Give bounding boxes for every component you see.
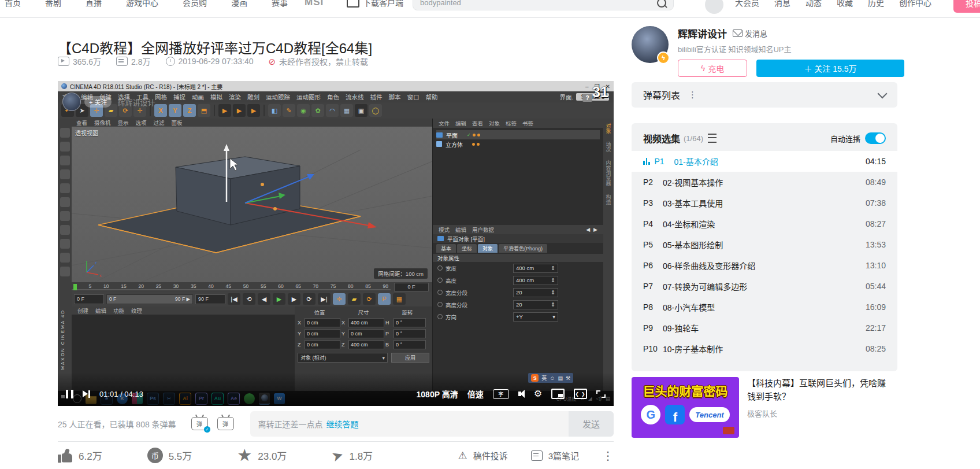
watermark-follow-button[interactable]: + 关注: [84, 96, 112, 108]
nav-manga[interactable]: 漫画: [231, 0, 247, 8]
list-view-icon[interactable]: [708, 134, 717, 143]
danmaku-toggle-icon[interactable]: 弹 ✓: [191, 417, 208, 430]
autoplay-toggle[interactable]: [865, 132, 886, 144]
pos-y-field[interactable]: 0 cm: [305, 329, 340, 338]
coin-button[interactable]: 币 5.5万: [147, 448, 192, 463]
episode-item[interactable]: P9 09-独轮车 22:17: [632, 317, 897, 338]
episode-item[interactable]: P5 05-基本图形绘制 13:53: [632, 234, 897, 255]
download-client-link[interactable]: 下载客户端: [347, 0, 403, 14]
tab-coordinates[interactable]: 坐标: [457, 244, 477, 253]
size-y-field[interactable]: 0 cm: [348, 329, 384, 338]
object-row-cube[interactable]: 立方体: [436, 139, 600, 149]
more-actions-icon[interactable]: ⋮: [602, 449, 614, 463]
size-z-field[interactable]: 400 cm: [348, 340, 384, 349]
goto-end-button[interactable]: ▶|: [318, 293, 331, 305]
recommend-author[interactable]: 极客队长: [747, 408, 892, 419]
coord-mode-dropdown[interactable]: 对象 (相对)▾: [298, 353, 388, 363]
pos-x-field[interactable]: 0 cm: [305, 318, 340, 327]
notes-button[interactable]: 3篇笔记: [531, 449, 579, 461]
episode-item[interactable]: P7 07-转换为可编辑多边形 05:44: [632, 276, 897, 297]
follow-button[interactable]: ＋ 关注 15.5万: [756, 60, 904, 77]
like-button[interactable]: 6.2万: [58, 448, 102, 463]
size-x-field[interactable]: 400 cm: [348, 318, 384, 327]
report-button[interactable]: ⚠ 稿件投诉: [458, 449, 508, 462]
send-message-link[interactable]: 发消息: [733, 28, 767, 39]
nav-vip-shop[interactable]: 会员购: [183, 0, 207, 8]
frame-range-slider[interactable]: 0 F90 F ▶: [106, 294, 193, 304]
pip-icon[interactable]: [551, 389, 565, 399]
keyframe-param-button[interactable]: P: [378, 293, 391, 305]
recommend-thumbnail[interactable]: 巨头的财富密码 G f Tencent: [632, 377, 739, 438]
watermark-avatar[interactable]: [62, 93, 81, 111]
pause-icon[interactable]: [66, 390, 73, 398]
episode-item[interactable]: P3 03-基本工具使用 07:38: [632, 193, 897, 213]
uploader-avatar[interactable]: ϟ: [632, 26, 669, 63]
search-icon[interactable]: [657, 0, 666, 8]
share-button[interactable]: ➤ 1.8万: [332, 448, 373, 463]
keyframe-circle-icon[interactable]: [437, 290, 443, 295]
nav-bangumi[interactable]: 番剧: [45, 0, 61, 8]
keyframe-scale-button[interactable]: ▰: [348, 293, 361, 305]
apply-button[interactable]: 应用: [391, 353, 429, 363]
rot-b-field[interactable]: 0 °: [394, 340, 426, 349]
quality-button[interactable]: 1080P 高清: [417, 388, 458, 400]
tab-phong[interactable]: 平滑着色(Phong): [499, 244, 547, 253]
recommend-title[interactable]: 【科技内幕】互联网巨头们，凭啥赚钱到手软？: [747, 377, 892, 403]
episode-item[interactable]: P10 10-房子基本制作 08:25: [632, 338, 897, 359]
next-video-icon[interactable]: [83, 390, 90, 398]
prev-frame-button[interactable]: ◀: [258, 293, 270, 305]
pos-z-field[interactable]: 0 cm: [305, 340, 340, 349]
fullscreen-icon[interactable]: [596, 390, 606, 398]
frame-start-spinner[interactable]: 0 F: [74, 294, 104, 304]
back-arrow-icon[interactable]: ◀: [586, 227, 590, 232]
uploader-name[interactable]: 辉辉讲设计: [678, 26, 727, 40]
frame-end-spinner[interactable]: 90 F: [195, 294, 225, 304]
danmaku-settings-icon[interactable]: 弹: [217, 417, 234, 430]
volume-icon[interactable]: [518, 390, 525, 398]
play-button[interactable]: ▶: [273, 293, 285, 305]
subtitle-icon[interactable]: 字: [493, 389, 509, 399]
favorite-button[interactable]: ★ 23.0万: [237, 447, 287, 464]
height-segments-field[interactable]: 20⇕: [513, 300, 558, 309]
msi-logo[interactable]: MSI: [305, 0, 324, 8]
danmaku-input[interactable]: 离转正还差一点点 继续答题 发送: [250, 411, 614, 437]
side-tab-takes[interactable]: 场次: [605, 142, 612, 152]
widescreen-icon[interactable]: ❮ ❯: [574, 389, 587, 399]
keyframe-circle-icon[interactable]: [437, 302, 443, 307]
nav-esports[interactable]: 赛事: [272, 0, 288, 8]
send-button[interactable]: 发送: [569, 411, 614, 437]
upload-button[interactable]: 投稿: [953, 0, 980, 13]
keyframe-move-button[interactable]: ✛: [333, 293, 346, 305]
keyframe-pla-button[interactable]: ▦: [393, 293, 406, 305]
continue-quiz-link[interactable]: 继续答题: [326, 418, 359, 430]
current-frame-field[interactable]: 0 F: [394, 283, 429, 291]
side-tab-structure[interactable]: 构造: [605, 194, 612, 205]
playhead-marker[interactable]: [73, 284, 77, 290]
danmaku-list-panel[interactable]: 弹幕列表 ⋮: [632, 82, 897, 108]
video-player[interactable]: CINEMA 4D R18.011 Studio (RC - R18) - [未…: [58, 81, 614, 406]
goto-start-button[interactable]: |◀: [228, 293, 240, 305]
episode-item[interactable]: P6 06-样条曲线及变形器介绍 13:10: [632, 255, 897, 276]
search-input[interactable]: bodypainted: [420, 0, 657, 7]
attr-history-arrows[interactable]: ◀ ▶: [586, 227, 597, 232]
keyframe-rotate-button[interactable]: ⟳: [363, 293, 376, 305]
search-box[interactable]: bodypainted: [413, 0, 674, 10]
side-tab-objects[interactable]: 对象: [605, 123, 612, 134]
keyframe-circle-icon[interactable]: [437, 314, 443, 319]
settings-gear-icon[interactable]: ⚙: [534, 389, 542, 398]
height-field[interactable]: 400 cm⇕: [513, 276, 558, 285]
nav-moments[interactable]: 动态: [805, 0, 822, 8]
danmaku-list-more-icon[interactable]: ⋮: [688, 90, 697, 100]
loop-left-button[interactable]: ⟲: [243, 293, 255, 305]
tab-basic[interactable]: 基本: [436, 244, 456, 253]
nav-history[interactable]: 历史: [868, 0, 884, 8]
orientation-dropdown[interactable]: +Y▾: [513, 312, 558, 322]
nav-home[interactable]: 首页: [5, 0, 21, 8]
loop-right-button[interactable]: ⟳: [303, 293, 315, 305]
episode-item[interactable]: P4 04-坐标和渲染 08:27: [632, 213, 897, 234]
tab-object[interactable]: 对象: [478, 244, 498, 253]
rot-p-field[interactable]: 0 °: [394, 329, 426, 338]
nav-vip[interactable]: 大会员: [735, 0, 759, 8]
recommend-card[interactable]: 巨头的财富密码 G f Tencent 【科技内幕】互联网巨头们，凭啥赚钱到手软…: [632, 377, 897, 438]
user-avatar[interactable]: [705, 0, 723, 14]
